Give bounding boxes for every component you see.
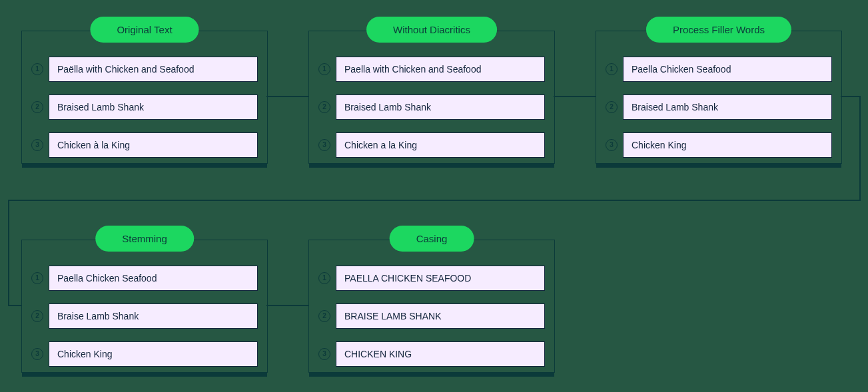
row-number-icon: 2	[31, 310, 43, 322]
connector-line	[8, 305, 21, 306]
list-item-text: Braised Lamb Shank	[49, 95, 258, 120]
stage-title: Casing	[390, 226, 474, 252]
list-item-text: Paella Chicken Seafood	[623, 57, 832, 82]
list-item: 3 Chicken a la King	[318, 132, 545, 158]
stage-process-filler-words: Process Filler Words 1 Paella Chicken Se…	[596, 31, 842, 164]
row-number-icon: 1	[318, 272, 330, 284]
stage-rows: 1 Paella Chicken Seafood 2 Braise Lamb S…	[31, 266, 258, 367]
stage-rows: 1 Paella with Chicken and Seafood 2 Brai…	[318, 57, 545, 158]
list-item-text: Paëlla with Chicken and Seafood	[49, 57, 258, 82]
list-item-text: Chicken a la King	[336, 132, 545, 158]
stage-shadow	[309, 163, 554, 168]
row-number-icon: 2	[318, 310, 330, 322]
list-item-text: Chicken à la King	[49, 132, 258, 158]
list-item: 3 CHICKEN KING	[318, 341, 545, 367]
row-number-icon: 3	[606, 139, 618, 151]
connector-line	[841, 96, 861, 97]
row-number-icon: 3	[318, 139, 330, 151]
connector-line	[8, 200, 9, 305]
connector-line	[266, 305, 308, 306]
row-number-icon: 2	[606, 101, 618, 113]
list-item: 2 Braised Lamb Shank	[318, 95, 545, 120]
stage-rows: 1 Paëlla with Chicken and Seafood 2 Brai…	[31, 57, 258, 158]
stage-shadow	[22, 163, 267, 168]
list-item-text: Braise Lamb Shank	[49, 303, 258, 329]
row-number-icon: 2	[318, 101, 330, 113]
row-number-icon: 2	[31, 101, 43, 113]
connector-line	[859, 96, 861, 201]
stage-title: Stemming	[95, 226, 194, 252]
list-item: 2 Braise Lamb Shank	[31, 303, 258, 329]
stage-shadow	[596, 163, 841, 168]
row-number-icon: 3	[31, 139, 43, 151]
list-item-text: CHICKEN KING	[336, 341, 545, 367]
list-item: 2 Braised Lamb Shank	[31, 95, 258, 120]
list-item: 2 Braised Lamb Shank	[606, 95, 832, 120]
row-number-icon: 3	[31, 348, 43, 360]
connector-line	[266, 96, 308, 97]
diagram-canvas: Original Text 1 Paëlla with Chicken and …	[0, 0, 868, 392]
list-item-text: BRAISE LAMB SHANK	[336, 303, 545, 329]
stage-title: Without Diacritics	[366, 17, 497, 43]
stage-without-diacritics: Without Diacritics 1 Paella with Chicken…	[308, 31, 555, 164]
list-item-text: Braised Lamb Shank	[336, 95, 545, 120]
row-number-icon: 1	[318, 63, 330, 75]
stage-stemming: Stemming 1 Paella Chicken Seafood 2 Brai…	[21, 240, 268, 373]
list-item: 1 PAELLA CHICKEN SEAFOOD	[318, 266, 545, 291]
list-item: 2 BRAISE LAMB SHANK	[318, 303, 545, 329]
stage-title: Original Text	[90, 17, 199, 43]
list-item-text: Chicken King	[49, 341, 258, 367]
row-number-icon: 1	[31, 63, 43, 75]
stage-shadow	[309, 372, 554, 377]
list-item-text: Paella Chicken Seafood	[49, 266, 258, 291]
list-item-text: PAELLA CHICKEN SEAFOOD	[336, 266, 545, 291]
list-item: 1 Paella with Chicken and Seafood	[318, 57, 545, 82]
stage-rows: 1 PAELLA CHICKEN SEAFOOD 2 BRAISE LAMB S…	[318, 266, 545, 367]
list-item: 1 Paella Chicken Seafood	[606, 57, 832, 82]
stage-rows: 1 Paella Chicken Seafood 2 Braised Lamb …	[606, 57, 832, 158]
list-item: 1 Paëlla with Chicken and Seafood	[31, 57, 258, 82]
list-item: 1 Paella Chicken Seafood	[31, 266, 258, 291]
connector-line	[8, 200, 861, 201]
connector-line	[554, 96, 596, 97]
list-item: 3 Chicken King	[31, 341, 258, 367]
list-item-text: Chicken King	[623, 132, 832, 158]
stage-shadow	[22, 372, 267, 377]
row-number-icon: 1	[606, 63, 618, 75]
list-item-text: Paella with Chicken and Seafood	[336, 57, 545, 82]
row-number-icon: 3	[318, 348, 330, 360]
list-item-text: Braised Lamb Shank	[623, 95, 832, 120]
stage-original-text: Original Text 1 Paëlla with Chicken and …	[21, 31, 268, 164]
row-number-icon: 1	[31, 272, 43, 284]
list-item: 3 Chicken à la King	[31, 132, 258, 158]
stage-title: Process Filler Words	[646, 17, 791, 43]
stage-casing: Casing 1 PAELLA CHICKEN SEAFOOD 2 BRAISE…	[308, 240, 555, 373]
list-item: 3 Chicken King	[606, 132, 832, 158]
